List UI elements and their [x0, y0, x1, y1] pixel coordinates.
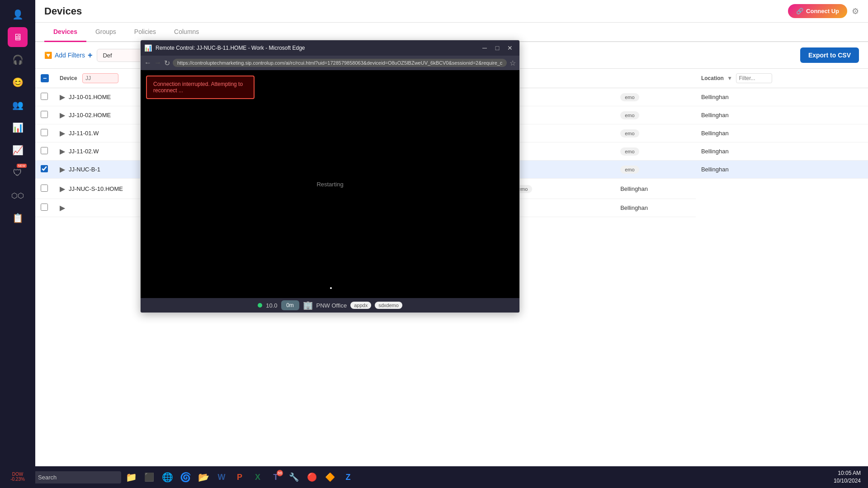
th-checkbox: − [35, 69, 54, 88]
th-col7 [615, 69, 696, 88]
tag-badge: emo [620, 166, 639, 174]
minimize-button[interactable]: ─ [479, 42, 491, 54]
sidebar-item-chart[interactable]: 📊 [8, 118, 28, 137]
row5-checkbox[interactable] [41, 165, 48, 172]
row3-checkbox[interactable] [41, 129, 48, 136]
rc-score: 10.0 [266, 302, 277, 309]
stock-widget[interactable]: DOW -0.23% [9, 470, 27, 483]
row7-checkbox[interactable] [41, 204, 48, 211]
row4-checkbox[interactable] [41, 147, 48, 154]
tag-badge: emo [620, 147, 639, 156]
row2-checkbox[interactable] [41, 111, 48, 118]
play-icon[interactable]: ▶ [60, 185, 65, 193]
files-icon: 📂 [198, 472, 209, 483]
cursor-dot [330, 287, 332, 289]
tag-badge: emo [620, 93, 639, 101]
date-display: 10/10/2024 [834, 477, 861, 485]
url-input[interactable] [173, 59, 507, 67]
play-icon[interactable]: ▶ [60, 147, 65, 156]
location-filter-input[interactable] [736, 73, 772, 83]
taskbar-files[interactable]: 📂 [195, 469, 212, 485]
play-icon[interactable]: ▶ [60, 111, 65, 119]
user-icon: 👤 [12, 9, 24, 20]
tab-devices[interactable]: Devices [44, 23, 86, 42]
page-title: Devices [44, 5, 82, 17]
taskbar-app2[interactable]: 🔴 [304, 469, 320, 485]
tab-policies[interactable]: Policies [125, 23, 165, 42]
apps-icon: ⬡⬡ [11, 191, 24, 200]
connect-up-label: Connect Up [806, 8, 839, 14]
sidebar-item-user[interactable]: 👤 [8, 5, 28, 24]
remote-control-window: 📊 Remote Control: JJ-NUC-B-11.HOME - Wor… [140, 40, 520, 313]
top-bar: Devices 🔗 Connect Up ⚙ [35, 0, 868, 23]
add-filters-button[interactable]: 🔽 Add Filters + [44, 51, 92, 60]
device-name: JJ-11-01.W [69, 130, 99, 137]
close-button[interactable]: ✕ [504, 42, 516, 54]
connect-up-icon: 🔗 [796, 8, 803, 14]
add-filters-label: Add Filters [55, 52, 85, 59]
row6-checkbox[interactable] [41, 185, 48, 192]
th-location: Location ▼ [696, 69, 868, 88]
filter-icon: 🔽 [44, 52, 52, 59]
play-icon[interactable]: ▶ [60, 165, 65, 174]
tags-cell: emo [615, 142, 696, 161]
nav-tabs: Devices Groups Policies Columns [35, 23, 868, 42]
stock-label: DOW [10, 472, 25, 477]
refresh-icon[interactable]: ↻ [164, 59, 170, 67]
location-filter-icon[interactable]: ▼ [727, 75, 732, 81]
taskbar-word[interactable]: W [213, 469, 230, 485]
sidebar-item-face[interactable]: 😊 [8, 72, 28, 92]
app2-icon: 🔴 [307, 472, 317, 482]
top-bar-right: 🔗 Connect Up ⚙ [788, 4, 859, 18]
teams-badge: 88 [277, 470, 283, 476]
sidebar-item-group[interactable]: 👥 [8, 95, 28, 115]
edge-icon: 🌐 [162, 472, 173, 483]
sidebar-item-list[interactable]: 📋 [8, 208, 28, 228]
taskbar-terminal[interactable]: ⬛ [141, 469, 157, 485]
play-icon[interactable]: ▶ [60, 129, 65, 137]
sidebar-item-headset[interactable]: 🎧 [8, 50, 28, 70]
taskbar-excel[interactable]: X [250, 469, 266, 485]
connect-up-button[interactable]: 🔗 Connect Up [788, 4, 847, 18]
taskbar-app3[interactable]: 🔶 [322, 469, 338, 485]
sidebar-item-shield[interactable]: 🛡 NEW [8, 163, 28, 183]
taskbar-app1[interactable]: 🔧 [286, 469, 302, 485]
tags-cell: emo [615, 88, 696, 106]
tab-columns[interactable]: Columns [165, 23, 208, 42]
sidebar-item-devices[interactable]: 🖥 [8, 27, 28, 47]
row1-checkbox[interactable] [41, 93, 48, 100]
tab-groups[interactable]: Groups [86, 23, 125, 42]
taskbar-search[interactable]: 🔍 Search [22, 471, 121, 483]
tag-badge: emo [620, 111, 639, 119]
rc-address-bar: ← → ↻ ☆ [141, 56, 519, 70]
sidebar-item-apps[interactable]: ⬡⬡ [8, 185, 28, 205]
play-icon[interactable]: ▶ [60, 93, 65, 101]
play-icon[interactable]: ▶ [60, 204, 65, 212]
settings-icon[interactable]: ⚙ [852, 6, 859, 16]
device-name: JJ-NUC-B-1 [69, 166, 100, 173]
zoom-icon: Z [346, 473, 351, 482]
export-csv-button[interactable]: Export to CSV [800, 47, 859, 63]
device-filter-input[interactable] [82, 73, 118, 83]
search-text: Search [38, 474, 57, 481]
tags-cell: emo [615, 106, 696, 124]
taskbar-file-explorer[interactable]: 📁 [123, 469, 139, 485]
taskbar-zoom[interactable]: Z [340, 469, 356, 485]
headset-icon: 🎧 [12, 54, 24, 65]
error-message: Connection interrupted. Attempting to re… [153, 81, 243, 94]
sidebar-item-monitor[interactable]: 📈 [8, 140, 28, 160]
restarting-text: Restarting [316, 181, 343, 188]
taskbar-edge2[interactable]: 🌀 [177, 469, 193, 485]
back-icon[interactable]: ← [144, 59, 151, 67]
taskbar-powerpoint[interactable]: P [231, 469, 248, 485]
select-all-checkbox[interactable]: − [41, 74, 49, 82]
location-cell: Bellinghan [696, 124, 868, 142]
forward-icon[interactable]: → [154, 59, 161, 67]
rc-bottom-bar: 10.0 0m 🏢 PNW Office appdx sdxdemo [141, 298, 519, 313]
taskbar-edge[interactable]: 🌐 [159, 469, 175, 485]
bookmark-icon[interactable]: ☆ [509, 59, 516, 67]
new-badge: NEW [17, 164, 27, 168]
maximize-button[interactable]: □ [491, 42, 503, 54]
taskbar-teams[interactable]: T 88 [268, 469, 284, 485]
app3-icon: 🔶 [325, 472, 335, 482]
